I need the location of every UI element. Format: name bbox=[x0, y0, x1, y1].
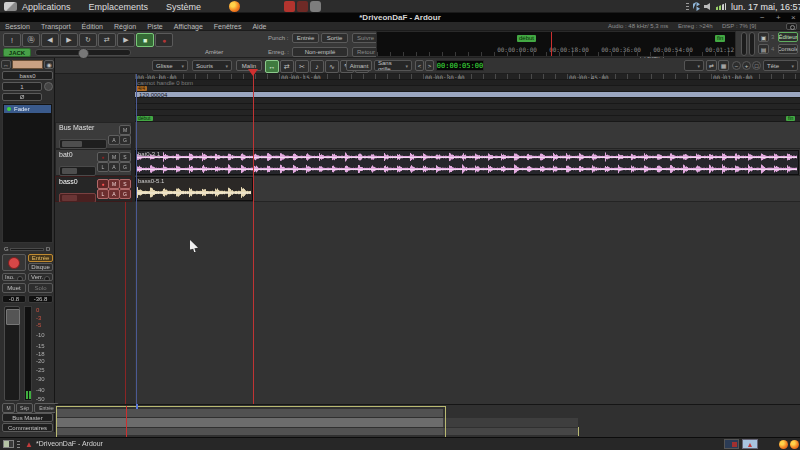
mouse-mode-combo[interactable]: Souris bbox=[192, 60, 232, 71]
summary-view-frame[interactable] bbox=[56, 406, 446, 438]
minimize-button[interactable]: − bbox=[760, 13, 765, 22]
notify-window-icon[interactable] bbox=[724, 439, 739, 449]
drag-mode-combo[interactable]: Glisse bbox=[152, 60, 188, 71]
track-name-master[interactable]: Bus Master bbox=[59, 124, 94, 131]
menu-item[interactable]: Fenêtres bbox=[214, 23, 242, 30]
menu-item[interactable]: Piste bbox=[147, 23, 163, 30]
firefox-icon[interactable] bbox=[229, 1, 240, 12]
strip-input-button[interactable]: 1 bbox=[2, 82, 42, 91]
phase-invert-button[interactable]: Ø bbox=[2, 93, 42, 101]
track-header-bat0[interactable]: bat0 ● M S L A G bbox=[55, 149, 132, 176]
transport-button[interactable]: ▶ bbox=[60, 33, 78, 47]
menu-item[interactable]: Affichage bbox=[174, 23, 203, 30]
minitimeline-start-marker[interactable]: début bbox=[517, 35, 536, 42]
tray-network-icon[interactable] bbox=[716, 3, 726, 10]
rec-mode-button[interactable]: Non-empilé bbox=[292, 47, 348, 57]
save-view-button[interactable]: ▦ bbox=[718, 60, 729, 71]
track-canvas-master[interactable] bbox=[135, 122, 800, 149]
distro-menu-icon[interactable] bbox=[4, 2, 17, 11]
gnome-menu-item[interactable]: Applications bbox=[22, 2, 71, 12]
playhead-cursor-head[interactable] bbox=[248, 69, 258, 76]
bat0-g-button[interactable]: G bbox=[119, 162, 131, 172]
strip-solo-button[interactable]: Solo bbox=[28, 283, 53, 293]
master-mute-button[interactable]: M bbox=[119, 125, 131, 135]
snap-button[interactable]: Aimant bbox=[346, 60, 372, 71]
transport-button[interactable]: ■ bbox=[136, 33, 154, 47]
grid-combo[interactable]: Sans grille bbox=[374, 60, 412, 71]
punch-out-button[interactable]: Sortie bbox=[321, 33, 348, 43]
transport-button[interactable]: ◀ bbox=[41, 33, 59, 47]
menu-item[interactable]: Édition bbox=[82, 23, 103, 30]
show-desktop-icon[interactable] bbox=[17, 441, 20, 448]
strip-gain-fader[interactable] bbox=[4, 306, 20, 401]
solo-lock-button[interactable]: Verr. bbox=[28, 273, 53, 281]
master-gain-fader[interactable] bbox=[59, 139, 107, 149]
tool-button[interactable]: ⇄ bbox=[280, 60, 294, 73]
transport-button[interactable]: ● bbox=[155, 33, 173, 47]
workspace-switcher[interactable] bbox=[3, 440, 14, 448]
tray-bluetooth-icon[interactable] bbox=[693, 2, 700, 11]
zoom-fit-button[interactable]: ⇄ bbox=[706, 60, 717, 71]
processor-box[interactable]: Fader bbox=[2, 103, 53, 243]
strip-record-button[interactable] bbox=[2, 254, 26, 271]
minitimeline-end-marker[interactable]: fin bbox=[715, 35, 725, 42]
trim-knob[interactable] bbox=[44, 82, 53, 91]
strip-width-button[interactable]: ↔ bbox=[1, 60, 11, 69]
transport-button[interactable]: ! bbox=[3, 33, 21, 47]
track-name-bass0[interactable]: bass0 bbox=[59, 178, 78, 185]
nudge-back-button[interactable]: < bbox=[415, 60, 424, 71]
tool-button[interactable]: ✂ bbox=[295, 60, 309, 73]
transport-button[interactable]: ▶ bbox=[117, 33, 135, 47]
tool-button[interactable]: ↔ bbox=[265, 60, 279, 73]
gain-display[interactable]: -0.8 bbox=[2, 295, 26, 303]
track-name-bat0[interactable]: bat0 bbox=[59, 151, 73, 158]
zoom-amount-combo[interactable] bbox=[684, 60, 704, 71]
monitor-disk-button[interactable]: Disque bbox=[28, 263, 53, 271]
feedback-indicator[interactable] bbox=[786, 23, 797, 30]
menu-item[interactable]: Aide bbox=[252, 23, 266, 30]
zoom-full-button[interactable]: □ bbox=[752, 61, 761, 70]
jack-button[interactable]: JACK bbox=[3, 48, 31, 57]
summary-pane[interactable] bbox=[55, 404, 800, 437]
start-marker[interactable]: début bbox=[136, 116, 153, 121]
strip-fader-thumb[interactable] bbox=[6, 309, 20, 325]
bass0-fader-thumb[interactable] bbox=[62, 195, 77, 201]
pdf-icon[interactable] bbox=[284, 1, 295, 12]
meter-point-button[interactable]: Sép bbox=[16, 403, 33, 413]
pan-slider[interactable] bbox=[10, 248, 44, 251]
track-header-bass0[interactable]: bass0 ● M S L A G bbox=[55, 176, 132, 202]
master-g-button[interactable]: G bbox=[119, 135, 131, 145]
comments-button[interactable]: Commentaires bbox=[2, 423, 53, 432]
maximize-button[interactable]: + bbox=[776, 13, 781, 22]
end-marker[interactable]: fin bbox=[786, 116, 795, 121]
region-bat0[interactable]: bat0-3.1 bbox=[135, 150, 799, 175]
zoom-in-button[interactable]: + bbox=[742, 61, 751, 70]
firefox-task-icon-1[interactable] bbox=[779, 440, 788, 449]
editor-window-icon[interactable]: ▣ bbox=[758, 32, 769, 42]
strip-name-button[interactable]: bass0 bbox=[2, 71, 53, 80]
taskbar-task-label[interactable]: *DriveonDaF - Ardour bbox=[36, 440, 103, 447]
monitor-input-button[interactable]: Entrée bbox=[28, 254, 53, 262]
shuttle-slider[interactable] bbox=[35, 49, 131, 56]
transport-button[interactable]: ⇄ bbox=[98, 33, 116, 47]
utility-icon[interactable] bbox=[310, 1, 321, 12]
bass0-g-button[interactable]: G bbox=[119, 189, 131, 199]
bat0-fader-thumb[interactable] bbox=[62, 168, 77, 174]
transport-button[interactable]: ⓐ bbox=[22, 33, 40, 47]
menu-item[interactable]: Session bbox=[5, 23, 30, 30]
bat0-solo-button[interactable]: S bbox=[119, 152, 131, 162]
bat0-gain-fader[interactable] bbox=[59, 166, 96, 176]
bass0-solo-button[interactable]: S bbox=[119, 179, 131, 189]
editor-tab-button[interactable]: Éditeur bbox=[778, 32, 798, 42]
gnome-menu-item[interactable]: Système bbox=[166, 2, 201, 12]
zoom-focus-combo[interactable]: Tête bbox=[763, 60, 798, 71]
processor-led[interactable] bbox=[7, 107, 11, 111]
playhead-line[interactable] bbox=[253, 74, 254, 404]
zoom-out-button[interactable]: − bbox=[732, 61, 741, 70]
panel-clock[interactable]: lun. 17 mai, 16:57 bbox=[731, 2, 800, 12]
menu-item[interactable]: Région bbox=[114, 23, 136, 30]
menu-item[interactable]: Transport bbox=[41, 23, 71, 30]
close-button[interactable]: × bbox=[791, 13, 796, 22]
track-header-master[interactable]: Bus Master M A G bbox=[55, 122, 132, 149]
meter-point-button[interactable]: M bbox=[2, 403, 15, 413]
